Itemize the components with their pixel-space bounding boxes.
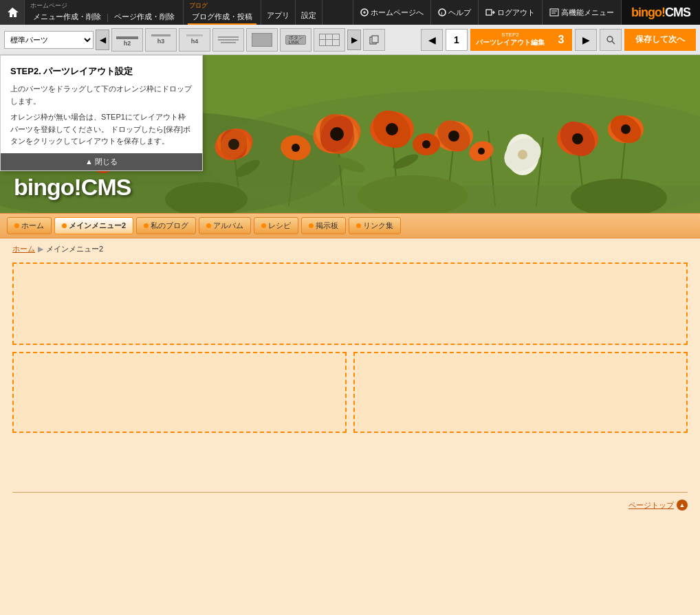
nav-help[interactable]: i ヘルプ: [430, 0, 478, 25]
drop-zone-left[interactable]: [12, 352, 347, 433]
drop-zone-row: [12, 352, 688, 433]
nav-section-homepage: ホームページ メニュー作成・削除 | ページ作成・削除: [25, 0, 184, 25]
svg-point-47: [292, 144, 300, 152]
step-number: 3: [550, 29, 572, 51]
site-nav-item-blog[interactable]: 私のブログ: [136, 217, 196, 234]
breadcrumb-home-link[interactable]: ホーム: [12, 244, 35, 254]
nav-section-homepage-label: ホームページ: [28, 0, 180, 10]
svg-point-25: [228, 139, 239, 150]
part-h3[interactable]: h3: [145, 28, 177, 52]
site-nav-item-home[interactable]: ホーム: [7, 217, 52, 234]
svg-rect-3: [486, 10, 492, 15]
svg-text:i: i: [441, 10, 443, 16]
nav-page-edit[interactable]: ページ作成・削除: [110, 10, 179, 23]
part-h4[interactable]: h4: [179, 28, 210, 52]
svg-rect-6: [372, 36, 378, 43]
site-nav: ホーム メインメニュー2 私のブログ アルバム レシピ 掲示板: [0, 213, 700, 238]
site-nav-item-bulletin[interactable]: 掲示板: [301, 217, 346, 234]
toolbar-nav-prev[interactable]: ◀: [96, 30, 109, 50]
svg-rect-4: [550, 9, 558, 16]
svg-point-7: [607, 36, 613, 42]
nav-back-arrow[interactable]: ◀: [421, 29, 443, 51]
help-panel-text2: オレンジ枠が無い場合は、STEP1にてレイアウト枠パーツを登録してください。 ド…: [10, 111, 193, 148]
parts-select[interactable]: 標準パーツ: [4, 31, 94, 49]
nav-app[interactable]: アプリ: [261, 0, 296, 25]
svg-point-42: [572, 133, 583, 144]
save-next-button[interactable]: 保存して次へ: [624, 29, 696, 51]
nav-section-blog-label: ブログ: [186, 0, 258, 10]
home-nav-icon[interactable]: [0, 0, 25, 25]
brand-logo: bingo!CMS: [621, 0, 700, 25]
site-nav-item-recipe[interactable]: レシピ: [254, 217, 298, 234]
part-button[interactable]: ボタンLINK: [280, 28, 311, 52]
drop-zone-right[interactable]: [353, 352, 688, 433]
part-table[interactable]: [314, 28, 345, 52]
top-nav: ホームページ メニュー作成・削除 | ページ作成・削除 ブログ ブログ作成・投稿…: [0, 0, 700, 25]
site-footer: ページトップ ▲: [0, 493, 700, 517]
site-nav-item-album[interactable]: アルバム: [199, 217, 251, 234]
toolbar: 標準パーツ ◀ h2 h3 h4 ボタンLINK: [0, 25, 700, 55]
page-number: 1: [446, 29, 468, 51]
toolbar-nav-next[interactable]: ▶: [347, 30, 361, 50]
help-panel-close[interactable]: ▲ 閉じる: [1, 153, 202, 170]
nav-menu-edit[interactable]: メニュー作成・削除: [29, 10, 105, 23]
nav-goto-home[interactable]: ホームページへ: [353, 0, 430, 25]
svg-point-36: [448, 131, 459, 142]
toolbar-right: ◀ 1 STEP2 パーツレイアウト編集 3 ▶ 保存して次へ: [421, 29, 696, 51]
svg-point-49: [422, 140, 430, 148]
site-nav-item-mainmenu2[interactable]: メインメニュー2: [54, 217, 133, 234]
copy-button[interactable]: [363, 29, 385, 51]
breadcrumb-current: メインメニュー2: [46, 244, 103, 254]
nav-blog-post[interactable]: ブログ作成・投稿: [188, 10, 256, 25]
svg-point-39: [518, 150, 527, 159]
part-image[interactable]: [246, 28, 278, 52]
part-h2[interactable]: h2: [111, 28, 143, 52]
content-area: [0, 260, 700, 451]
nav-section-blog: ブログ ブログ作成・投稿: [184, 0, 261, 25]
nav-settings[interactable]: 設定: [296, 0, 322, 25]
help-panel-text1: 上のパーツをドラッグして下のオレンジ枠にドロップします。: [10, 83, 193, 107]
svg-point-30: [330, 127, 344, 141]
help-panel-title: STEP2. パーツレイアウト設定: [10, 65, 193, 78]
svg-point-51: [478, 148, 485, 155]
nav-logout[interactable]: ログアウト: [478, 0, 542, 25]
nav-forward-arrow[interactable]: ▶: [575, 29, 597, 51]
step2-label-box: STEP2 パーツレイアウト編集: [470, 29, 550, 51]
svg-point-45: [621, 124, 631, 134]
nav-advanced-menu[interactable]: 高機能メニュー: [542, 0, 621, 25]
breadcrumb-separator: ▶: [38, 245, 43, 254]
drop-zone-full[interactable]: [12, 262, 688, 345]
search-button[interactable]: [600, 29, 622, 51]
svg-line-8: [612, 41, 615, 44]
part-text[interactable]: [212, 28, 244, 52]
help-panel: STEP2. パーツレイアウト設定 上のパーツをドラッグして下のオレンジ枠にドロ…: [0, 55, 203, 171]
site-logo: bingo!CMS: [14, 174, 131, 201]
breadcrumb: ホーム ▶ メインメニュー2: [0, 238, 700, 260]
svg-point-33: [386, 123, 398, 135]
step-indicator: STEP2 パーツレイアウト編集 3: [470, 29, 572, 51]
site-nav-item-links[interactable]: リンク集: [349, 217, 401, 234]
page-top-link[interactable]: ページトップ ▲: [628, 500, 688, 511]
